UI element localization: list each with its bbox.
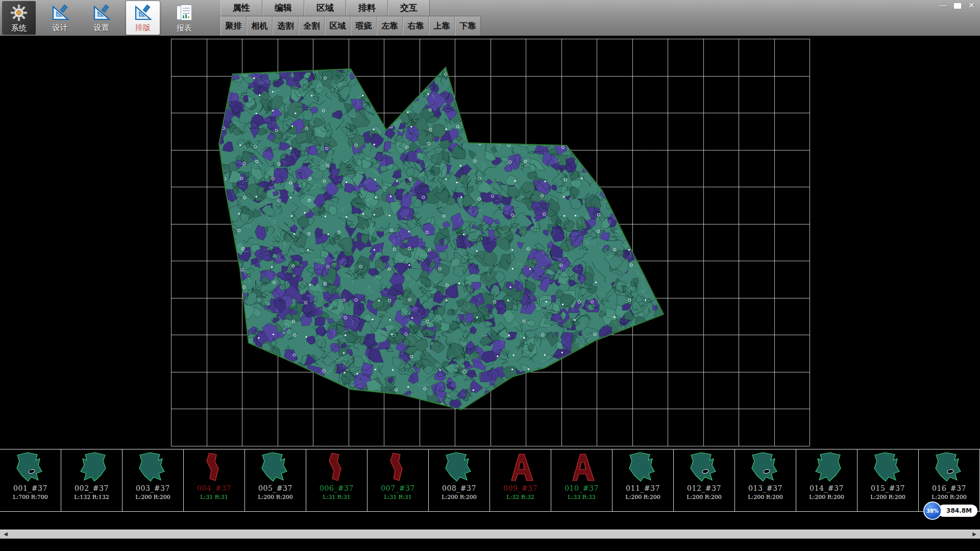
piece-label: 003_#37 (136, 484, 170, 492)
thumbnail-001_#37[interactable]: 001_#37L:700 R:700 (0, 449, 61, 511)
tool-button-3[interactable]: 全割 (299, 16, 325, 36)
piece-label: 004_#37 (197, 484, 231, 492)
settings-icon (92, 5, 111, 23)
tool-button-5[interactable]: 瑕疵 (351, 16, 377, 36)
app-button-report[interactable]: 报表 (167, 1, 201, 35)
menu-tab-2[interactable]: 区域 (304, 0, 346, 16)
thumbnail-008_#37[interactable]: 008_#37L:200 R:200 (429, 449, 490, 511)
piece-count: L:200 R:200 (625, 494, 660, 500)
piece-shape (933, 451, 966, 484)
thumbnail-003_#37[interactable]: 003_#37L:200 R:200 (122, 449, 184, 511)
thumbnail-007_#37[interactable]: 007_#37L:31 R:31 (368, 449, 429, 511)
piece-count: L:200 R:200 (870, 494, 905, 500)
piece-label: 010_#37 (565, 484, 599, 492)
thumbnail-010_#37[interactable]: 010_#37L:33 R:33 (551, 449, 612, 511)
piece-shape (321, 451, 353, 484)
horizontal-scrollbar[interactable]: ◀ ▶ (0, 530, 980, 539)
menu-tabs-row: 属性编辑区域排料交互 (220, 0, 481, 16)
tool-button-8[interactable]: 上靠 (429, 16, 455, 36)
maximize-button[interactable] (954, 3, 961, 9)
piece-shape (198, 451, 231, 484)
piece-label: 005_#37 (258, 484, 292, 492)
piece-shape (259, 451, 292, 484)
piece-count: L:132 R:132 (74, 494, 109, 500)
piece-count: L:200 R:200 (748, 494, 783, 500)
piece-shape (688, 451, 721, 484)
piece-shape (504, 451, 537, 484)
report-icon (176, 4, 192, 23)
window-controls: — ✕ (939, 2, 975, 10)
app-button-label: 报表 (177, 24, 192, 32)
tool-buttons-row: 聚排相机选割全割区域瑕疵左靠右靠上靠下靠 (220, 16, 481, 36)
piece-count: L:200 R:200 (135, 494, 170, 500)
minimize-button[interactable]: — (939, 2, 947, 10)
piece-label: 001_#37 (13, 484, 47, 492)
thumbnail-006_#37[interactable]: 006_#37L:31 R:31 (306, 449, 368, 511)
piece-count: L:700 R:700 (13, 494, 48, 500)
thumbnail-012_#37[interactable]: 012_#37L:200 R:200 (674, 449, 735, 511)
scroll-right-icon[interactable]: ▶ (969, 530, 980, 538)
menu-tab-4[interactable]: 交互 (388, 0, 430, 16)
piece-count: L:200 R:200 (258, 494, 293, 500)
close-button[interactable]: ✕ (968, 2, 975, 10)
piece-label: 013_#37 (748, 484, 782, 492)
piece-label: 007_#37 (381, 484, 415, 492)
piece-label: 016_#37 (932, 484, 966, 492)
app-button-label: 系统 (11, 24, 27, 32)
thumbnail-015_#37[interactable]: 015_#37L:200 R:200 (857, 449, 919, 511)
app-toolbar: 系统设计设置排版报表 (2, 0, 209, 36)
thumbnail-002_#37[interactable]: 002_#37L:132 R:132 (61, 449, 122, 511)
piece-shape (137, 451, 169, 484)
tool-button-0[interactable]: 聚排 (220, 16, 247, 36)
tool-button-7[interactable]: 右靠 (403, 16, 429, 36)
piece-shape (566, 451, 598, 484)
piece-shape (76, 451, 108, 484)
piece-shape (443, 451, 476, 484)
piece-label: 009_#37 (503, 484, 537, 492)
menu-area: 属性编辑区域排料交互 聚排相机选割全割区域瑕疵左靠右靠上靠下靠 (220, 0, 481, 36)
thumbnail-009_#37[interactable]: 009_#37L:32 R:32 (490, 449, 551, 511)
nesting-canvas[interactable] (0, 36, 980, 449)
piece-count: L:32 R:32 (506, 494, 534, 500)
piece-count: L:200 R:200 (687, 494, 722, 500)
menu-tab-1[interactable]: 编辑 (262, 0, 304, 16)
app-button-system[interactable]: 系统 (2, 1, 36, 35)
thumbnail-013_#37[interactable]: 013_#37L:200 R:200 (735, 449, 796, 511)
tool-button-2[interactable]: 选割 (273, 16, 299, 36)
progress-badge: 38% (923, 502, 942, 520)
piece-count: L:31 R:31 (384, 494, 412, 500)
app-button-label: 设置 (94, 23, 109, 32)
tool-button-1[interactable]: 相机 (247, 16, 273, 36)
piece-count: L:200 R:200 (809, 494, 844, 500)
piece-count: L:200 R:200 (442, 494, 477, 500)
app-button-design[interactable]: 设计 (43, 1, 77, 35)
menu-tab-0[interactable]: 属性 (220, 0, 262, 16)
ribbon-toolbar: 系统设计设置排版报表 属性编辑区域排料交互 聚排相机选割全割区域瑕疵左靠右靠上靠… (0, 0, 980, 36)
piece-label: 012_#37 (687, 484, 721, 492)
tool-button-4[interactable]: 区域 (325, 16, 351, 36)
app-button-label: 排版 (135, 23, 151, 32)
menu-tab-3[interactable]: 排料 (346, 0, 388, 16)
system-icon (10, 4, 28, 23)
piece-thumbnail-strip: 001_#37L:700 R:700002_#37L:132 R:132003_… (0, 449, 980, 512)
design-icon (51, 5, 69, 23)
piece-count: L:33 R:33 (568, 494, 596, 500)
piece-shape (811, 451, 843, 484)
piece-shape (627, 451, 659, 484)
piece-label: 002_#37 (75, 484, 109, 492)
piece-count: L:31 R:31 (200, 494, 228, 500)
piece-shape (14, 451, 47, 484)
piece-shape (749, 451, 782, 484)
tool-button-9[interactable]: 下靠 (455, 16, 481, 36)
piece-shape (382, 451, 414, 484)
scroll-left-icon[interactable]: ◀ (0, 530, 11, 538)
tool-button-6[interactable]: 左靠 (377, 16, 403, 36)
thumbnail-011_#37[interactable]: 011_#37L:200 R:200 (612, 449, 674, 511)
piece-count: L:200 R:200 (932, 494, 967, 500)
thumbnail-004_#37[interactable]: 004_#37L:31 R:31 (184, 449, 245, 511)
thumbnail-014_#37[interactable]: 014_#37L:200 R:200 (796, 449, 857, 511)
thumbnail-005_#37[interactable]: 005_#37L:200 R:200 (245, 449, 306, 511)
app-button-layout[interactable]: 排版 (126, 1, 160, 35)
app-button-settings[interactable]: 设置 (85, 1, 118, 35)
piece-label: 011_#37 (626, 484, 660, 492)
